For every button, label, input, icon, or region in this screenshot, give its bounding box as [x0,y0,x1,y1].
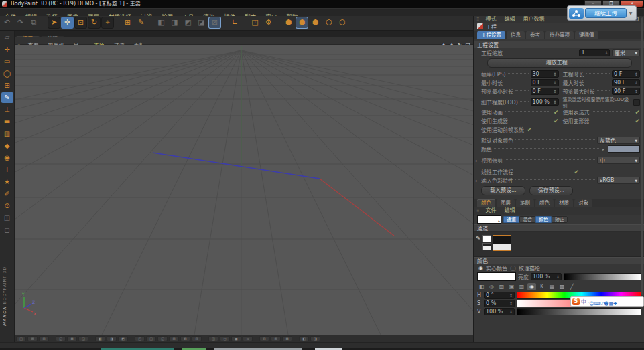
color-panel-tab[interactable]: 颜色 [477,199,495,207]
isolate-icon[interactable]: ◻ [220,336,230,341]
scale-unit-dropdown[interactable]: 厘米▼ [612,49,640,56]
rgb-slider-icon[interactable]: ▥ [517,283,526,290]
point-mode-icon[interactable]: ◧ [155,17,168,29]
channel-layer-list[interactable]: ✎ [474,232,644,257]
live-selection-icon[interactable]: ➤ [48,17,60,29]
eraser-icon[interactable]: ▬ [1,116,13,127]
mask-tool-icon[interactable]: ◫ [1,213,13,224]
cloud-drive-icon[interactable] [569,8,584,19]
channel-thumb[interactable] [482,243,491,250]
input-profile-dropdown[interactable]: sRGB▼ [597,177,640,184]
attribute-tab[interactable]: 待办事项 [545,31,574,39]
active-layer-thumb[interactable] [493,235,511,251]
use-deformers-checkbox[interactable]: ✔ [635,118,640,124]
color-panel-tab[interactable]: 笔刷 [516,199,534,207]
lod-field[interactable]: 100 %⇕ [531,98,559,106]
attribute-tab[interactable]: 参考 [526,31,544,39]
color-panel-tab[interactable]: 对象 [574,199,592,207]
color-mode-button[interactable]: 混合 [519,216,535,223]
color-mode-button[interactable]: 颜色 [535,216,552,223]
rotate-icon[interactable]: ↻ [88,17,101,29]
edge-mode-icon[interactable]: ◨ [168,17,181,29]
value-field[interactable]: 100 %⇕ [484,308,515,315]
color-panel-tab[interactable]: 材质 [555,199,573,207]
paint-objects-icon[interactable]: ⬢ [309,17,322,29]
continue-upload-button[interactable]: 继续上传 [585,8,627,18]
lasso-select-icon[interactable]: ◯ [1,68,13,79]
upload-dropdown-caret[interactable]: ▼ [627,11,635,15]
expand-arrow-icon[interactable]: ▸ [602,147,608,151]
text-tool-icon[interactable]: T [1,165,13,175]
channel-thumb[interactable] [482,235,491,242]
color-panel-menu-item[interactable]: 文件 [481,207,500,214]
load-preset-button[interactable]: 载入预设... [481,186,525,195]
select-visible-icon[interactable]: ◨ [310,336,320,341]
history-icon[interactable]: ⧉ [27,17,40,29]
eyedropper-icon[interactable]: ✐ [1,189,13,199]
view-clipping-dropdown[interactable]: 中▼ [597,157,640,164]
value-slider[interactable] [517,308,641,315]
spectrum-icon[interactable]: ▨ [497,283,506,290]
hsv-slider-icon[interactable]: ◉ [527,283,536,290]
mesh-edit-icon[interactable]: ⊞ [169,336,179,341]
color-mode-button[interactable]: 通道 [503,216,519,223]
emoji-icon[interactable]: ☺ [589,301,594,307]
fps-field[interactable]: 30⇕ [531,70,559,78]
polygon-edit-icon[interactable]: ◲ [157,336,168,341]
render-view-icon[interactable]: ◳ [249,17,261,29]
color-wheel-icon[interactable]: ◎ [487,283,496,290]
expand-arrow-icon[interactable]: ▸ [476,158,481,163]
attribute-menu-item[interactable]: 模式 [481,16,500,23]
panel-scrollbar[interactable] [641,17,643,295]
workplane-icon[interactable]: ⊟ [39,336,49,341]
clone-stamp-icon[interactable]: ⊥ [1,104,13,115]
smudge-icon[interactable]: ◉ [1,153,13,163]
color-panel-tab[interactable]: 颜色 [535,199,554,207]
color-panel-tab[interactable]: 图层 [497,199,515,207]
move-icon[interactable]: ✛ [61,17,74,29]
paint-setup-wizard-icon[interactable]: ⬢ [296,17,308,29]
undo-icon[interactable]: ↶ [1,17,13,29]
mixer-icon[interactable]: ▦ [548,283,556,290]
viewport-canvas[interactable]: Y X Z [15,45,473,335]
enable-snap-icon[interactable]: ◼ [231,336,241,341]
sogou-logo-icon[interactable]: S [572,298,580,305]
object-mode-icon[interactable]: ◨ [107,336,117,341]
duration-field[interactable]: 0 F⇕ [612,70,640,78]
swatches-icon[interactable]: ▩ [558,283,566,290]
attribute-tab[interactable]: 键插值 [575,31,598,39]
select-move-icon[interactable]: ✛ [1,44,13,55]
scale-icon[interactable]: ⊡ [74,17,87,29]
foreground-color-swatch[interactable]: ▸ [477,215,501,224]
fill-bucket-icon[interactable]: ◆ [1,141,13,151]
gradient-icon[interactable]: ▥ [1,128,13,139]
modeling-axis-icon[interactable]: ∟ [229,17,241,29]
solid-color-radio[interactable]: ◉ [478,265,483,271]
attribute-tab[interactable]: 信息 [507,31,525,39]
color-swatch[interactable] [608,145,640,153]
use-generators-checkbox[interactable]: ✔ [554,118,559,124]
attribute-menu-item[interactable]: 编辑 [500,16,519,23]
attribute-menu-item[interactable]: 用户数据 [519,16,548,23]
edge-edit-icon[interactable]: ◱ [146,336,156,341]
paint-3d-brush-icon[interactable]: ✎ [135,17,147,29]
quantize-icon[interactable]: ◽ [243,336,253,341]
scale-project-button[interactable]: 缩放工程... [487,58,632,68]
render-settings-icon[interactable]: ⚙ [262,17,275,29]
compact-mode-icon[interactable]: ◧ [477,283,486,290]
grid-icon[interactable]: ✚ [613,301,617,307]
crop-tool-icon[interactable]: ◻ [1,225,13,236]
kinematic-icon[interactable]: ⊟ [192,336,202,341]
use-animation-checkbox[interactable]: ✔ [554,109,559,116]
uv-edit-icon[interactable]: ⊠ [180,336,190,341]
paint-brush-icon[interactable]: ✎ [1,92,13,103]
magnify-icon[interactable]: ⊙ [1,201,13,211]
save-preset-button[interactable]: 保存预设... [529,186,574,195]
section-header[interactable]: 工程设置 [474,41,644,48]
model-mode-icon[interactable]: ◧ [95,336,105,341]
saturation-field[interactable]: 0 %⇕ [484,300,515,307]
brightness-field[interactable]: 100 %⇕ [531,273,562,280]
paint-mask-icon[interactable]: ◧ [299,336,309,341]
snap-icon[interactable]: ⊞ [27,336,38,341]
brightness-slider[interactable] [564,273,641,280]
